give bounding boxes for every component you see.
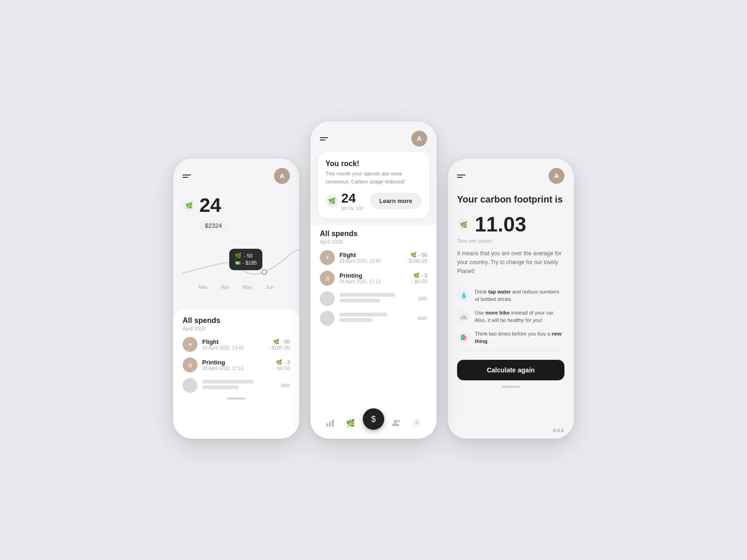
placeholder-row — [183, 378, 290, 393]
svg-point-5 — [398, 420, 400, 422]
right-header: A — [448, 168, 574, 189]
center-printing-name: Printing — [339, 272, 411, 279]
center-spends-section: All spends April 2020 ✈ Flight 29 April … — [310, 225, 437, 411]
tip-text-bike: Use more bike instead of your car. Also,… — [475, 309, 564, 324]
center-flight-avatar: ✈ — [320, 250, 335, 265]
scroll-indicator — [227, 398, 246, 399]
spend-date-printing: 28 April 2020, 17:12 — [202, 366, 274, 371]
nav-fab-button[interactable]: $ — [363, 408, 384, 430]
chart-area: 🌿 24 $2324 — [173, 189, 299, 309]
center-printing-avatar: 🖨 — [320, 271, 335, 286]
spend-points-printing: 🌿- 3 - $0.50 — [274, 359, 290, 371]
calculate-again-button[interactable]: Calculate again — [457, 360, 564, 380]
price-badge: $2324 — [199, 220, 227, 231]
bottom-nav: 🌿 $ — [310, 411, 437, 439]
phone-right: A Your carbon footprint is 🌿 11.03 Tons … — [448, 159, 574, 439]
spend-points-flight: 🌿- 50 - $185.00 — [268, 339, 290, 350]
right-avatar[interactable]: A — [549, 168, 564, 184]
spend-item-flight[interactable]: ✈ Flight 29 April 2020, 13:45 🌿- 50 - $1… — [183, 337, 290, 352]
left-header: A — [173, 168, 299, 189]
divider-1 — [457, 283, 564, 283]
center-section-subtitle: April 2020 — [320, 239, 427, 245]
notif-leaf-icon: 🌿 — [325, 195, 338, 208]
svg-point-0 — [262, 270, 267, 274]
label-may: May — [242, 284, 252, 290]
section-title: All spends — [183, 316, 290, 325]
center-placeholder-2 — [320, 311, 427, 326]
score-display: 🌿 24 — [183, 194, 290, 217]
tip-water: 💧 Drink tap water and reduce numbers of … — [457, 288, 564, 303]
center-placeholder-1 — [320, 291, 427, 306]
avatar[interactable]: A — [274, 168, 290, 184]
fab-dollar-icon: $ — [371, 414, 376, 424]
spend-info-flight: Flight 29 April 2020, 13:45 — [202, 338, 268, 350]
right-scroll-indicator — [501, 386, 520, 388]
spends-section: All spends April 2020 ✈ Flight 29 April … — [173, 309, 299, 439]
svg-point-4 — [394, 420, 397, 423]
bike-icon: 🚲 — [457, 310, 470, 323]
center-menu-icon[interactable] — [320, 137, 328, 140]
carbon-section: Your carbon footprint is 🌿 11.03 Tons pe… — [448, 189, 574, 439]
svg-point-6 — [416, 422, 418, 424]
spend-name-flight: Flight — [202, 338, 268, 345]
spend-avatar-printing: 🖨 — [183, 357, 197, 372]
center-avatar[interactable]: A — [411, 131, 427, 147]
nav-chart-icon[interactable] — [322, 414, 338, 431]
chart-tooltip: 🌿 - 50 💵 - $185 — [229, 249, 262, 270]
notif-title: You rock! — [325, 160, 422, 168]
spend-info-printing: Printing 28 April 2020, 17:12 — [202, 359, 274, 371]
center-section-title: All spends — [320, 230, 427, 238]
center-printing-item[interactable]: 🖨 Printing 28 April 2020, 17:12 🌿- 3 - $… — [320, 271, 427, 286]
water-drop-icon: 💧 — [457, 289, 470, 302]
center-printing-date: 28 April 2020, 17:12 — [339, 279, 411, 284]
carbon-number-display: 🌿 11.03 — [457, 213, 564, 236]
bag-icon: 🛍️ — [457, 331, 470, 344]
spend-item-printing[interactable]: 🖨 Printing 28 April 2020, 17:12 🌿- 3 - $… — [183, 357, 290, 372]
tip-text-water: Drink tap water and reduce numbers of bo… — [475, 288, 564, 303]
learn-more-button[interactable]: Learn more — [370, 193, 422, 209]
tooltip-points: - 50 — [244, 253, 253, 259]
center-flight-date: 29 April 2020, 13:45 — [339, 259, 406, 264]
notification-card: You rock! This month your spends are mor… — [318, 152, 429, 218]
menu-icon[interactable] — [183, 175, 191, 178]
watermark: AAA — [553, 428, 564, 433]
tip-bike: 🚲 Use more bike instead of your car. Als… — [457, 309, 564, 324]
spend-date-flight: 29 April 2020, 13:45 — [202, 345, 268, 350]
tip-text-buy: Think two times before you buy a new thi… — [475, 330, 564, 345]
center-flight-info: Flight 29 April 2020, 13:45 — [339, 252, 406, 264]
carbon-desc: It means that you are over the average f… — [457, 249, 564, 276]
spend-avatar-flight: ✈ — [183, 337, 197, 352]
center-printing-points: 🌿- 3 - $0.50 — [411, 273, 427, 284]
carbon-leaf-icon: 🌿 — [457, 218, 470, 231]
notif-row: 🌿 24 pts for 100 Learn more — [325, 191, 422, 211]
score-number: 24 — [199, 194, 221, 217]
leaf-icon: 🌿 — [183, 199, 196, 212]
nav-people-icon[interactable] — [388, 414, 405, 431]
section-subtitle: April 2020 — [183, 326, 290, 331]
pts-label: pts for 100 — [341, 206, 363, 211]
svg-rect-3 — [332, 420, 334, 427]
center-header: A — [310, 131, 437, 152]
carbon-title: Your carbon footprint is — [457, 193, 564, 205]
pts-display: 🌿 24 pts for 100 — [325, 191, 363, 211]
notif-desc: This month your spends are more consciou… — [325, 170, 422, 185]
svg-rect-2 — [329, 421, 331, 427]
pts-number: 24 — [341, 191, 363, 206]
nav-leaf-icon[interactable]: 🌿 — [342, 414, 359, 431]
nav-settings-icon[interactable] — [409, 414, 425, 431]
chart-x-labels: Mar Apr May Jun — [183, 284, 290, 290]
tooltip-amount: - $185 — [242, 260, 257, 266]
label-jun: Jun — [266, 284, 274, 290]
phone-left: A 🌿 24 $2324 — [173, 159, 299, 439]
carbon-number: 11.03 — [475, 213, 526, 236]
center-flight-points: 🌿- 50 - $185.00 — [406, 252, 427, 264]
center-flight-item[interactable]: ✈ Flight 29 April 2020, 13:45 🌿- 50 - $1… — [320, 250, 427, 265]
tip-buy: 🛍️ Think two times before you buy a new … — [457, 330, 564, 345]
right-menu-icon[interactable] — [457, 175, 465, 178]
phone-center: A You rock! This month your spends are m… — [310, 121, 437, 439]
carbon-unit: Tons per peson — [457, 238, 564, 244]
label-apr: Apr — [221, 284, 229, 290]
spend-name-printing: Printing — [202, 359, 274, 366]
label-mar: Mar — [198, 284, 207, 290]
center-printing-info: Printing 28 April 2020, 17:12 — [339, 272, 411, 284]
